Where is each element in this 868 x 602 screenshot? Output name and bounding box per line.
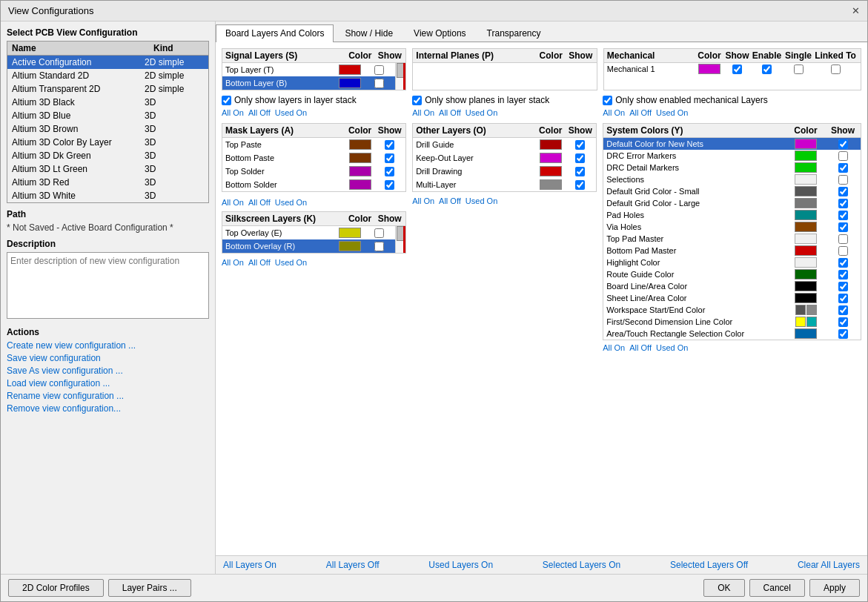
- used-layers-on[interactable]: Used Layers On: [428, 560, 493, 570]
- color-swatch[interactable]: [339, 64, 361, 75]
- color-swatch[interactable]: [795, 186, 817, 196]
- system-row[interactable]: Default Grid Color - Large: [603, 197, 861, 209]
- 2d-color-profiles-button[interactable]: 2D Color Profiles: [8, 579, 104, 597]
- system-row[interactable]: DRC Error Markers: [603, 150, 861, 162]
- show-checkbox[interactable]: [838, 199, 848, 208]
- show-checkbox[interactable]: [575, 167, 585, 176]
- silk-used-on[interactable]: Used On: [275, 198, 307, 207]
- system-row[interactable]: First/Second Dimension Line Color: [603, 316, 861, 328]
- show-checkbox[interactable]: [838, 234, 848, 244]
- color-swatch[interactable]: [806, 317, 817, 327]
- show-checkbox[interactable]: [838, 305, 848, 315]
- save-action[interactable]: Save view configuration: [7, 353, 209, 363]
- color-swatch[interactable]: [339, 78, 361, 88]
- color-swatch[interactable]: [795, 269, 817, 280]
- color-swatch[interactable]: [795, 245, 817, 256]
- layer-row[interactable]: Multi-Layer: [413, 178, 596, 191]
- mech-all-off[interactable]: All Off: [629, 108, 652, 117]
- system-row[interactable]: Via Holes: [603, 221, 861, 233]
- internal-used-on[interactable]: Used On: [466, 108, 497, 117]
- system-row[interactable]: Route Guide Color: [603, 268, 861, 280]
- color-swatch[interactable]: [795, 257, 817, 268]
- system-row[interactable]: Selections: [603, 173, 861, 185]
- color-swatch[interactable]: [698, 64, 720, 74]
- color-swatch[interactable]: [795, 293, 817, 303]
- system-row[interactable]: Sheet Line/Area Color: [603, 292, 861, 304]
- config-row[interactable]: Altium Transparent 2D 2D simple: [7, 82, 208, 96]
- layer-pairs-button[interactable]: Layer Pairs ...: [108, 579, 191, 597]
- config-row[interactable]: Active Configuration 2D simple: [7, 56, 208, 69]
- color-swatch[interactable]: [339, 241, 361, 251]
- show-checkbox[interactable]: [374, 65, 384, 75]
- layer-row[interactable]: Drill Guide: [413, 138, 596, 151]
- system-row[interactable]: Default Grid Color - Small: [603, 185, 861, 197]
- color-swatch[interactable]: [349, 166, 371, 176]
- system-row[interactable]: Board Line/Area Color: [603, 280, 861, 292]
- color-swatch[interactable]: [540, 166, 562, 176]
- system-row[interactable]: Highlight Color: [603, 257, 861, 268]
- system-row[interactable]: Pad Holes: [603, 209, 861, 221]
- show-checkbox[interactable]: [838, 187, 848, 196]
- mech-single-checkbox[interactable]: [794, 64, 804, 74]
- color-swatch[interactable]: [795, 210, 817, 220]
- mech-linked-checkbox[interactable]: [831, 64, 841, 74]
- selected-layers-on[interactable]: Selected Layers On: [543, 560, 620, 570]
- config-row[interactable]: Altium 3D Lt Green 3D: [7, 162, 208, 176]
- show-checkbox[interactable]: [838, 139, 848, 149]
- color-swatch[interactable]: [795, 139, 817, 149]
- system-row[interactable]: Workspace Start/End Color: [603, 304, 861, 316]
- color-swatch[interactable]: [339, 228, 361, 238]
- signal-used-on[interactable]: Used On: [275, 108, 307, 117]
- mech-all-on[interactable]: All On: [603, 108, 625, 117]
- show-checkbox[interactable]: [838, 151, 848, 161]
- close-button[interactable]: ✕: [852, 5, 860, 16]
- show-checkbox[interactable]: [575, 180, 585, 190]
- color-swatch[interactable]: [349, 139, 371, 150]
- config-row[interactable]: Altium 3D Blue 3D: [7, 109, 208, 122]
- description-textarea[interactable]: [7, 252, 209, 319]
- clear-all-layers[interactable]: Clear All Layers: [798, 560, 860, 570]
- layer-row[interactable]: Bottom Overlay (R): [222, 239, 395, 253]
- internal-all-on[interactable]: All On: [412, 108, 434, 117]
- silk-all-off[interactable]: All Off: [248, 198, 271, 207]
- other-all-on[interactable]: All On: [412, 196, 434, 205]
- silk2-all-on[interactable]: All On: [222, 258, 244, 267]
- internal-all-off[interactable]: All Off: [439, 108, 461, 117]
- show-checkbox[interactable]: [374, 242, 384, 251]
- show-checkbox[interactable]: [838, 294, 848, 303]
- system-row[interactable]: Bottom Pad Master: [603, 245, 861, 257]
- show-checkbox[interactable]: [374, 79, 384, 88]
- show-checkbox[interactable]: [385, 140, 394, 150]
- show-checkbox[interactable]: [838, 175, 848, 185]
- tab-transparency[interactable]: Transparency: [477, 24, 551, 42]
- other-used-on[interactable]: Used On: [466, 196, 497, 205]
- show-checkbox[interactable]: [838, 246, 848, 256]
- color-swatch[interactable]: [806, 305, 817, 315]
- silk2-all-off[interactable]: All Off: [248, 258, 271, 267]
- tab-show-hide[interactable]: Show / Hide: [335, 24, 402, 42]
- signal-all-off[interactable]: All Off: [248, 108, 271, 117]
- system-all-on[interactable]: All On: [603, 343, 625, 352]
- layer-row[interactable]: Drill Drawing: [413, 165, 596, 178]
- color-swatch[interactable]: [349, 153, 371, 163]
- ok-button[interactable]: OK: [703, 579, 744, 597]
- save-as-action[interactable]: Save As view configuration ...: [7, 366, 209, 376]
- rename-action[interactable]: Rename view configuration ...: [7, 391, 209, 401]
- all-layers-off[interactable]: All Layers Off: [326, 560, 380, 570]
- config-row[interactable]: Altium 3D Color By Layer 3D: [7, 136, 208, 149]
- silk-scrollbar[interactable]: [395, 226, 405, 253]
- other-all-off[interactable]: All Off: [439, 196, 461, 205]
- show-checkbox[interactable]: [838, 258, 848, 268]
- layer-row[interactable]: Top Overlay (E): [222, 226, 395, 239]
- color-swatch[interactable]: [349, 179, 371, 190]
- apply-button[interactable]: Apply: [809, 579, 860, 597]
- layer-row[interactable]: Keep-Out Layer: [413, 151, 596, 165]
- color-swatch[interactable]: [795, 162, 817, 173]
- show-checkbox[interactable]: [575, 153, 585, 163]
- system-row-selected[interactable]: Default Color for New Nets: [603, 138, 861, 150]
- silk-all-on[interactable]: All On: [222, 198, 244, 207]
- layer-row[interactable]: Top Solder: [222, 165, 405, 178]
- show-checkbox[interactable]: [575, 140, 585, 150]
- config-row[interactable]: Altium 3D Dk Green 3D: [7, 149, 208, 162]
- tab-view-options[interactable]: View Options: [404, 24, 475, 42]
